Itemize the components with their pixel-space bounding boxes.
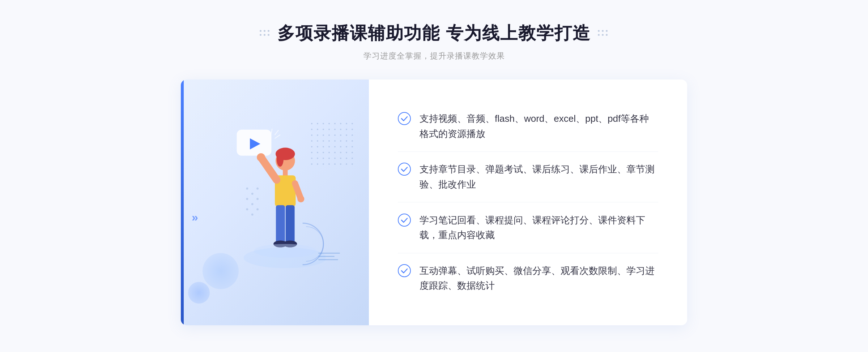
deco-dot xyxy=(598,30,600,32)
circle-blue xyxy=(203,253,239,289)
deco-dot xyxy=(606,34,608,36)
deco-dot xyxy=(606,30,608,32)
deco-dot xyxy=(264,34,265,36)
svg-point-27 xyxy=(251,214,254,216)
left-illustration: » xyxy=(181,80,369,325)
svg-point-24 xyxy=(251,203,254,205)
check-icon-3 xyxy=(398,214,411,227)
lines-deco xyxy=(318,253,340,260)
svg-point-20 xyxy=(246,188,248,190)
feature-text-2: 支持章节目录、弹题考试、课后练习、课后作业、章节测验、批改作业 xyxy=(420,162,658,192)
check-icon-2 xyxy=(398,163,411,176)
feature-item-4: 互动弹幕、试听购买、微信分享、观看次数限制、学习进度跟踪、数据统计 xyxy=(398,253,658,304)
feature-text-4: 互动弹幕、试听购买、微信分享、观看次数限制、学习进度跟踪、数据统计 xyxy=(420,263,658,293)
dot-pattern xyxy=(311,123,354,166)
feature-item-2: 支持章节目录、弹题考试、课后练习、课后作业、章节测验、批改作业 xyxy=(398,152,658,202)
title-row: 多项录播课辅助功能 专为线上教学打造 xyxy=(260,22,608,45)
svg-point-23 xyxy=(246,198,248,200)
deco-dot xyxy=(602,30,604,32)
deco-dots-right xyxy=(598,30,608,37)
feature-text-1: 支持视频、音频、flash、word、excel、ppt、pdf等各种格式的资源… xyxy=(420,111,658,141)
svg-point-13 xyxy=(297,196,304,202)
subtitle: 学习进度全掌握，提升录播课教学效果 xyxy=(260,51,608,61)
page-container: 多项录播课辅助功能 专为线上教学打造 学习进度全掌握，提升录播课教学效果 xyxy=(0,0,868,352)
line-deco xyxy=(318,253,340,254)
svg-point-31 xyxy=(398,214,410,226)
deco-dot xyxy=(602,34,604,36)
svg-rect-15 xyxy=(286,205,295,243)
deco-dot xyxy=(264,30,265,32)
check-icon-4 xyxy=(398,264,411,277)
svg-point-19 xyxy=(244,248,326,269)
line-deco xyxy=(318,256,335,257)
person-illustration xyxy=(224,119,326,286)
svg-line-2 xyxy=(275,135,280,138)
svg-point-11 xyxy=(257,153,265,162)
svg-point-25 xyxy=(256,198,259,200)
circle-blue-2 xyxy=(188,282,210,304)
svg-point-22 xyxy=(256,188,259,190)
svg-point-29 xyxy=(398,112,410,125)
svg-point-30 xyxy=(398,163,410,175)
content-area: » xyxy=(181,80,687,325)
check-icon-1 xyxy=(398,112,411,125)
svg-line-4 xyxy=(271,129,272,133)
svg-rect-14 xyxy=(276,205,285,243)
deco-dot xyxy=(260,34,261,36)
deco-dot xyxy=(268,30,269,32)
line-deco xyxy=(318,259,338,260)
deco-dot xyxy=(260,30,261,32)
right-content: 支持视频、音频、flash、word、excel、ppt、pdf等各种格式的资源… xyxy=(369,80,687,325)
dot-grid xyxy=(311,123,354,168)
svg-point-32 xyxy=(398,265,410,277)
svg-point-21 xyxy=(251,193,254,195)
header-section: 多项录播课辅助功能 专为线上教学打造 学习进度全掌握，提升录播课教学效果 xyxy=(260,22,608,61)
svg-point-28 xyxy=(256,208,259,210)
svg-line-3 xyxy=(275,130,278,135)
deco-dot xyxy=(598,34,600,36)
svg-point-26 xyxy=(246,208,248,210)
deco-dot xyxy=(268,34,269,36)
deco-dots-left xyxy=(260,30,270,37)
svg-point-7 xyxy=(277,151,284,167)
chevrons-icon: » xyxy=(192,211,198,224)
feature-text-3: 学习笔记回看、课程提问、课程评论打分、课件资料下载，重点内容收藏 xyxy=(420,213,658,243)
main-title: 多项录播课辅助功能 专为线上教学打造 xyxy=(277,22,590,45)
feature-item-3: 学习笔记回看、课程提问、课程评论打分、课件资料下载，重点内容收藏 xyxy=(398,203,658,253)
feature-item-1: 支持视频、音频、flash、word、excel、ppt、pdf等各种格式的资源… xyxy=(398,101,658,152)
blue-accent-bar xyxy=(181,80,184,325)
